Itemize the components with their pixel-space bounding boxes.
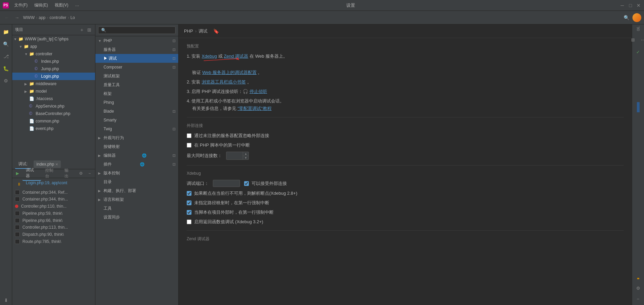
debug-row-5[interactable]: Pipeline.php:66, think\ [12,217,95,224]
checkbox-accept-external[interactable] [244,181,249,186]
max-conn-input[interactable]: 3 [226,153,243,158]
close-button[interactable]: ✕ [636,3,641,8]
menu-more[interactable]: … [72,2,82,9]
sidebar-git-icon[interactable]: ⎇ [1,52,11,61]
xdebug-checkbox-2[interactable] [187,201,191,205]
breadcrumb-www[interactable]: WWW [23,15,35,20]
settings-item-composer[interactable]: Composer ⊡ [95,63,178,72]
right-check-icon[interactable]: ✓ [633,47,643,57]
preconfig-step2: 2. 安装 浏览器工具栏或小书签 。 [187,79,624,85]
settings-group-editor[interactable]: ▶ 编辑器 🌐 ⊡ [95,151,178,160]
breadcrumb-app[interactable]: app [39,15,45,20]
debug-row-7[interactable]: Dispatch.php:90, think\ [12,231,95,238]
debug-gear-icon[interactable]: ⚙ [77,169,85,177]
file-tree: ▼ 📁 WWW [auth_tp] C:\phps ▼ 📁 app ▼ 📁 co… [12,35,95,160]
add-file-icon[interactable]: + [79,27,85,33]
breadcrumb-controller[interactable]: controller [50,15,66,20]
menu-view[interactable]: 视图(V) [52,2,71,9]
debug-minus-icon[interactable]: − [86,169,94,177]
tree-item-basecontroller[interactable]: © BaseController.php [12,110,95,117]
settings-group-build[interactable]: ▶ 构建、执行、部署 [95,186,178,195]
settings-item-quality[interactable]: 质量工具 [95,80,178,89]
step1-annotation [187,61,624,69]
debug-row-4[interactable]: Pipeline.php:59, think\ [12,210,95,217]
search-button[interactable]: 🔍 [622,14,630,22]
back-button[interactable]: ← [3,14,11,22]
settings-group-dir[interactable]: 目录 [95,177,178,186]
menu-file[interactable]: 文件(F) [12,2,30,9]
settings-item-twig[interactable]: Twig ⊡ [95,125,178,133]
tree-item-htaccess[interactable]: 📄 .htaccess [12,95,95,102]
breadcrumb-lo[interactable]: Lo [70,15,75,20]
sidebar-bottom-icon[interactable]: ⬇ [1,296,11,305]
tree-item-index[interactable]: © Index.php [12,58,95,65]
settings-group-vcs[interactable]: ▶ 版本控制 [95,169,178,177]
right-minus-btn[interactable]: − [633,294,643,304]
right-more-icon[interactable]: ⋯ [639,35,644,44]
maximize-button[interactable]: □ [628,3,633,8]
settings-group-tools[interactable]: 工具 [95,204,178,213]
debug-row-1[interactable]: Container.php:344, Ref... [12,189,95,196]
sidebar-settings-icon[interactable]: ⚙ [1,76,11,85]
bookmark-icon[interactable]: 🔖 [213,28,219,34]
step3-stop-link[interactable]: 停止侦听 [250,89,267,94]
spin-down[interactable]: ▼ [243,156,249,160]
settings-group-sync[interactable]: 设置同步 [95,213,178,222]
checkbox-firstline[interactable] [187,143,191,148]
sidebar-project-icon[interactable]: 📁 [1,27,11,37]
sidebar-search-icon[interactable]: 🔍 [1,39,11,49]
layout-icon[interactable]: ⊞ [86,27,92,33]
settings-item-server[interactable]: 服务器 ⊡ [95,45,178,54]
xdebug-checkbox-4[interactable] [187,220,191,224]
settings-group-php[interactable]: ▼ PHP ⊡ [95,36,178,45]
menu-edit[interactable]: 编辑(E) [32,2,51,9]
tree-item-middleware[interactable]: ▶ 📁 middleware [12,80,95,88]
checkbox-ignore-external[interactable] [187,133,191,138]
run-button[interactable]: ▶ [14,169,22,177]
tree-item-model[interactable]: ▶ 📁 model [12,88,95,95]
tree-item-event[interactable]: 📄 event.php [12,125,95,132]
settings-item-testframework[interactable]: 测试框架 [95,72,178,80]
tree-item-jump[interactable]: © Jump.php [12,65,95,73]
tree-item-common[interactable]: 📄 common.php [12,117,95,125]
settings-item-phing[interactable]: Phing [95,98,178,107]
debug-row-2[interactable]: Container.php:344, thin... [12,196,95,203]
debug-row-0[interactable]: ⏸ Login.php:19, app\cont [12,179,95,189]
forward-button[interactable]: → [13,14,21,22]
step4-tutorial-link[interactable]: "零配置调试"教程 [238,106,272,111]
step2-browser-link[interactable]: 浏览器工具栏或小书签 [202,79,246,84]
xdebug-checkbox-3[interactable] [187,210,191,215]
tree-item-app[interactable]: ▼ 📁 app [12,43,95,50]
settings-group-plugins[interactable]: 插件 🌐 ⊡ [95,160,178,169]
avatar[interactable] [632,13,641,22]
settings-group-keymapping[interactable]: 按键映射 [95,142,178,151]
settings-editor-gear: ⊡ [172,153,176,158]
tree-item-controller[interactable]: ▼ 📁 controller [12,50,95,58]
settings-item-framework[interactable]: 框架 [95,89,178,98]
spin-up[interactable]: ▲ [243,152,249,156]
right-expand-icon[interactable]: ⊞ [628,35,638,44]
port-input[interactable]: 9005 [213,180,240,187]
tree-item-www[interactable]: ▼ 📁 WWW [auth_tp] C:\phps [12,35,95,43]
debug-icon-2 [15,197,20,202]
tree-item-login[interactable]: © Login.php [12,73,95,80]
right-gear-btn[interactable]: ⚙ [633,283,643,293]
debug-close-icon[interactable]: ✕ [55,163,58,166]
sidebar-debug-icon[interactable]: 🐛 [1,64,11,73]
debug-row-8[interactable]: Route.php:785, think\ [12,238,95,245]
tree-item-appservice[interactable]: © AppService.php [12,102,95,110]
debug-row-3[interactable]: Controller.php:110, thin... [12,203,95,210]
debug-icon-7 [15,232,20,237]
settings-group-appearance[interactable]: ▶ 外观与行为 [95,133,178,142]
right-scrollbar[interactable] [637,59,640,272]
step1-verify-link[interactable]: Web 服务器上的调试器配置 [202,70,257,75]
settings-item-debug[interactable]: ▶ 调试 ⊡ [95,54,178,63]
debug-row-6[interactable]: Controller.php:113, thin... [12,224,95,231]
settings-item-blade[interactable]: Blade ⊡ [95,107,178,116]
settings-group-lang[interactable]: ▶ 语言和框架 [95,195,178,204]
settings-search-input[interactable] [98,26,176,34]
app-container: PS 文件(F) 编辑(E) 视图(V) … 设置 ─ □ ✕ ← → WWW … [0,0,644,305]
xdebug-checkbox-1[interactable] [187,191,191,196]
minimize-button[interactable]: ─ [620,3,625,8]
settings-item-smarty[interactable]: Smarty [95,116,178,125]
